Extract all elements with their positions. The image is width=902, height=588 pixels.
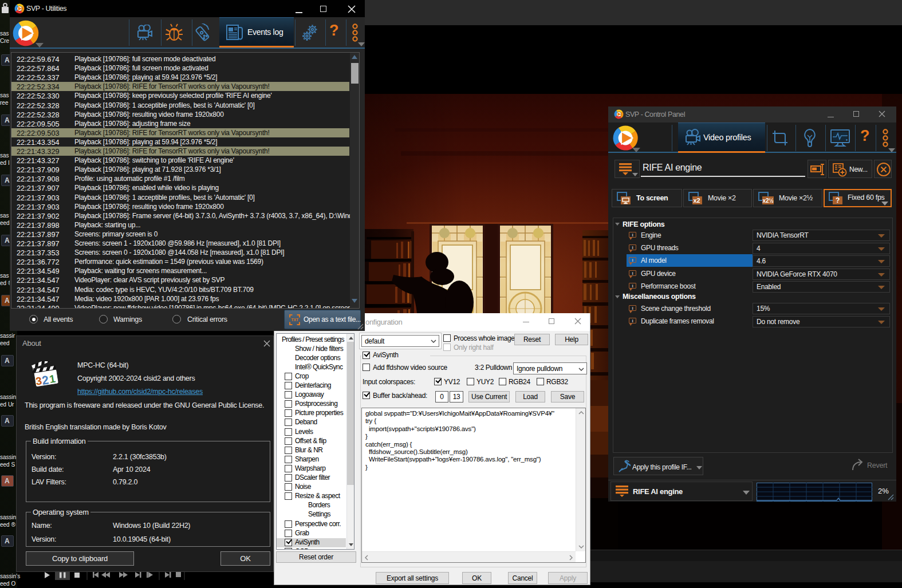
svg-text:TXT: TXT <box>292 318 298 322</box>
svg-text:x2: x2 <box>694 197 700 204</box>
svg-text:?: ? <box>836 196 840 204</box>
svg-text:x2½: x2½ <box>763 198 774 204</box>
